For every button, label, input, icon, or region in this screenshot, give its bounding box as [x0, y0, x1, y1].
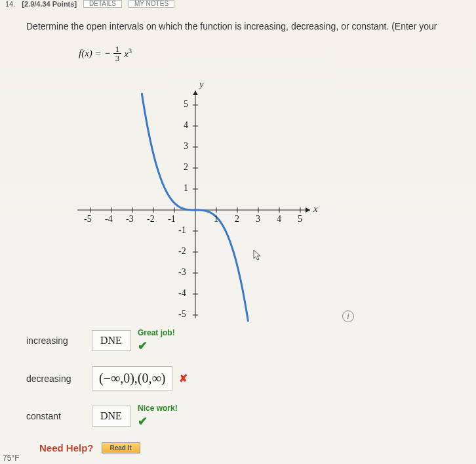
my-notes-button[interactable]: MY NOTES — [129, 0, 174, 8]
row-constant: constant DNE Nice work! ✔ — [26, 404, 354, 429]
formula: f(x) = − 1 3 x3 — [79, 45, 132, 62]
formula-denominator: 3 — [113, 54, 122, 62]
info-icon[interactable]: i — [342, 310, 354, 322]
answer-section: increasing DNE Great job! ✔ decreasing (… — [26, 328, 354, 442]
y-tick-label: -1 — [178, 225, 186, 236]
y-tick-label: 3 — [184, 141, 188, 152]
feedback-constant: Nice work! ✔ — [138, 404, 178, 429]
x-axis-label: x — [313, 203, 318, 215]
y-tick-label: -2 — [178, 246, 186, 257]
formula-lhs: f(x) = — [79, 48, 102, 59]
points-label: [2.9/4.34 Points] — [22, 0, 77, 8]
question-number: 14. — [5, 0, 15, 8]
header-row: 14. [2.9/4.34 Points] DETAILS MY NOTES — [0, 0, 476, 9]
x-tick-label: 1 — [214, 214, 218, 224]
y-tick-label: 5 — [184, 99, 188, 110]
x-tick-label: -2 — [147, 214, 155, 224]
y-tick-label: -5 — [178, 309, 186, 320]
row-decreasing: decreasing (−∞,0),(0,∞) ✘ — [26, 366, 354, 390]
graph-svg — [71, 79, 333, 322]
y-tick-label: 2 — [184, 162, 188, 173]
input-increasing[interactable]: DNE — [92, 330, 131, 351]
x-icon: ✘ — [179, 372, 188, 385]
feedback-text-constant: Nice work! — [138, 404, 178, 413]
y-tick-label: -4 — [178, 288, 186, 299]
x-tick-label: 2 — [235, 214, 239, 224]
check-icon: ✔ — [138, 339, 148, 353]
formula-fraction: 1 3 — [113, 45, 122, 62]
x-tick-label: 3 — [256, 214, 260, 224]
read-it-button[interactable]: Read It — [102, 442, 140, 453]
x-tick-label: -5 — [84, 214, 92, 224]
formula-negative: − — [104, 48, 111, 59]
x-tick-label: -1 — [168, 214, 176, 224]
svg-marker-3 — [193, 91, 198, 95]
x-tick-label: -4 — [105, 214, 113, 224]
label-increasing: increasing — [26, 335, 92, 346]
check-icon: ✔ — [138, 414, 148, 429]
input-decreasing[interactable]: (−∞,0),(0,∞) — [92, 366, 172, 390]
formula-variable: x3 — [124, 47, 132, 60]
y-axis-label: y — [199, 79, 204, 90]
temperature-widget[interactable]: 75°F — [3, 453, 19, 463]
y-tick-label: 1 — [184, 183, 188, 194]
label-decreasing: decreasing — [26, 373, 92, 384]
x-tick-label: -3 — [126, 214, 134, 224]
input-constant[interactable]: DNE — [92, 406, 131, 427]
need-help: Need Help? Read It — [39, 442, 140, 453]
label-constant: constant — [26, 411, 92, 421]
formula-numerator: 1 — [113, 45, 122, 54]
details-button[interactable]: DETAILS — [83, 0, 122, 8]
feedback-text-increasing: Great job! — [138, 328, 175, 337]
x-tick-label: 4 — [277, 214, 281, 224]
need-help-label: Need Help? — [39, 442, 94, 453]
graph: y x -5-4-3-2-112345-5-4-3-2-112345 — [71, 79, 333, 322]
x-tick-label: 5 — [298, 214, 302, 224]
svg-marker-1 — [306, 207, 310, 213]
question-text: Determine the open intervals on which th… — [26, 21, 473, 32]
feedback-increasing: Great job! ✔ — [138, 328, 175, 353]
row-increasing: increasing DNE Great job! ✔ — [26, 328, 354, 353]
y-tick-label: -3 — [178, 267, 186, 278]
y-tick-label: 4 — [184, 120, 188, 131]
